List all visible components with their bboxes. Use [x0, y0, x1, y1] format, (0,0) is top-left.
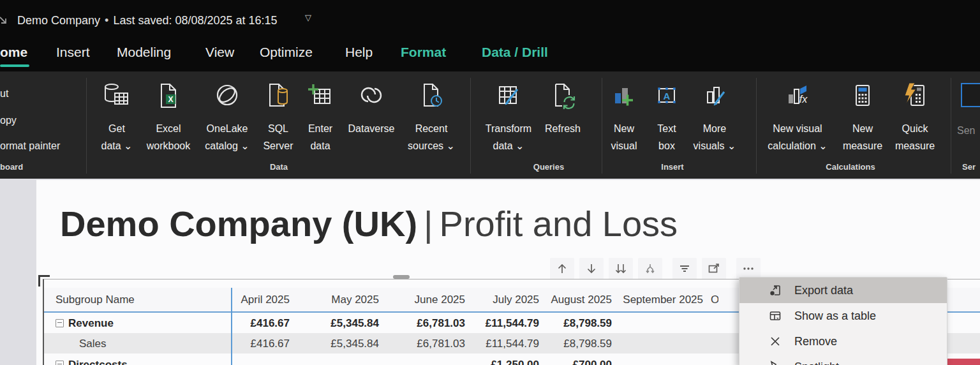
drill-up-button[interactable] — [550, 258, 574, 279]
tab-format[interactable]: Format — [401, 45, 446, 60]
excel-workbook-button[interactable]: X Excelworkbook — [140, 71, 197, 161]
row-label[interactable]: Sales — [79, 338, 107, 350]
transform-data-button[interactable]: Transformdata ⌄ — [477, 71, 540, 161]
ribbon-divider — [470, 78, 471, 174]
button-label: Getdata ⌄ — [96, 120, 138, 154]
button-label: Transformdata ⌄ — [477, 120, 540, 154]
collapse-icon[interactable] — [56, 361, 64, 365]
document-title[interactable]: Demo Company•Last saved: 08/08/2025 at 1… — [17, 14, 278, 27]
collapse-icon[interactable] — [56, 319, 64, 327]
button-label: Morevisuals ⌄ — [689, 120, 740, 154]
cell-value[interactable]: -£700.00 — [516, 359, 612, 365]
document-dropdown-icon[interactable]: ▽ — [305, 13, 311, 22]
text-box-icon: A — [652, 79, 681, 112]
get-data-button[interactable]: Getdata ⌄ — [96, 71, 138, 161]
recent-sources-button[interactable]: Recentsources ⌄ — [403, 71, 459, 161]
red-visual-strip — [946, 359, 980, 365]
column-header-clipped[interactable]: O — [711, 294, 718, 306]
cell-value[interactable]: £5,345.84 — [283, 338, 379, 350]
enter-data-button[interactable]: Enterdata — [301, 71, 339, 161]
menu-item-spotlight[interactable]: Spotlight — [739, 354, 947, 365]
onelake-catalog-button[interactable]: OneLakecatalog ⌄ — [198, 71, 256, 161]
menu-item-label: Remove — [794, 335, 837, 348]
button-label: Dataverse — [341, 120, 402, 137]
button-label: Newmeasure — [837, 120, 888, 154]
calculations-group-label: Calculations — [806, 162, 895, 172]
refresh-icon — [548, 79, 577, 112]
more-visuals-button[interactable]: Morevisuals ⌄ — [689, 71, 740, 161]
cell-value[interactable]: £8,798.59 — [516, 338, 612, 350]
menu-item-remove[interactable]: Remove — [739, 329, 947, 354]
menu-item-label: Show as a table — [794, 309, 876, 323]
title-bar: Demo Company•Last saved: 08/08/2025 at 1… — [0, 0, 980, 71]
tab-modeling[interactable]: Modeling — [117, 45, 171, 60]
ribbon-divider — [602, 78, 602, 174]
cell-value[interactable]: £8,798.59 — [516, 317, 612, 330]
button-label: SQLServer — [256, 120, 300, 154]
quick-measure-button[interactable]: Quickmeasure — [888, 71, 942, 161]
drill-down-button[interactable] — [579, 258, 604, 279]
report-title-company: Demo Company (UK) — [60, 204, 417, 244]
button-label: Refresh — [539, 120, 586, 137]
ribbon-divider — [86, 78, 87, 174]
close-icon — [768, 334, 783, 348]
sensitivity-button[interactable]: Sen — [957, 125, 975, 137]
svg-text:fx: fx — [799, 94, 808, 105]
tab-help[interactable]: Help — [345, 45, 373, 60]
copy-button[interactable]: opy — [0, 115, 17, 126]
focus-mode-button[interactable] — [702, 258, 726, 279]
column-header[interactable]: April 2025 — [194, 294, 290, 306]
column-header[interactable]: August 2025 — [516, 294, 612, 306]
expand-all-down-button[interactable] — [609, 258, 633, 279]
cut-button[interactable]: ut — [0, 88, 8, 100]
active-tab-underline — [0, 64, 29, 67]
more-options-button[interactable] — [736, 258, 761, 279]
sql-server-icon — [264, 79, 293, 112]
go-to-next-level-button[interactable] — [638, 258, 662, 279]
row-label[interactable]: Revenue — [68, 317, 114, 330]
tab-data-drill[interactable]: Data / Drill — [482, 45, 548, 60]
tab-insert[interactable]: Insert — [56, 45, 90, 60]
new-measure-button[interactable]: Newmeasure — [837, 71, 888, 161]
new-visual-icon — [609, 79, 639, 112]
onelake-catalog-icon — [212, 79, 242, 112]
column-header[interactable]: May 2025 — [283, 294, 379, 306]
new-visual-calculation-button[interactable]: fx New visualcalculation ⌄ — [755, 71, 840, 161]
queries-group-label: Queries — [517, 162, 581, 172]
context-menu: Export data Show as a table Remove Spotl… — [739, 277, 947, 365]
sql-server-button[interactable]: SQLServer — [256, 71, 300, 161]
button-label: Quickmeasure — [888, 120, 942, 154]
filters-button[interactable] — [672, 258, 697, 279]
svg-text:A: A — [664, 91, 671, 101]
tab-view[interactable]: View — [205, 45, 234, 60]
insert-group-label: Insert — [647, 162, 698, 172]
column-header[interactable]: September 2025 — [607, 294, 703, 306]
button-label: Enterdata — [301, 120, 339, 154]
refresh-button[interactable]: Refresh — [539, 71, 586, 161]
row-label[interactable]: Directcosts — [68, 359, 128, 365]
clipboard-group-label: board — [0, 162, 23, 172]
cell-value[interactable]: £416.67 — [194, 338, 290, 350]
text-box-button[interactable]: A Textbox — [651, 71, 683, 161]
cell-value[interactable]: £5,345.84 — [283, 317, 379, 330]
get-data-icon — [102, 79, 131, 112]
enter-data-icon — [306, 79, 335, 112]
button-label: Textbox — [651, 120, 683, 154]
sensitivity-icon — [961, 83, 980, 107]
tab-home[interactable]: ome — [0, 45, 27, 60]
cell-value[interactable]: £416.67 — [194, 317, 290, 330]
tab-optimize[interactable]: Optimize — [260, 45, 313, 60]
new-visual-button[interactable]: Newvisual — [605, 71, 643, 161]
column-divider — [231, 288, 232, 365]
button-label: Recentsources ⌄ — [403, 120, 459, 154]
format-painter-button[interactable]: ormat painter — [0, 140, 60, 152]
menu-item-label: Spotlight — [794, 361, 839, 365]
last-saved-text: Last saved: 08/08/2025 at 16:15 — [113, 14, 277, 27]
column-header[interactable]: Subgroup Name — [56, 294, 135, 306]
report-title-page: Profit and Loss — [440, 204, 678, 244]
show-as-table-icon — [768, 309, 783, 323]
dataverse-button[interactable]: Dataverse — [341, 71, 402, 161]
menu-item-show-as-table[interactable]: Show as a table — [739, 303, 947, 329]
menu-item-export-data[interactable]: Export data — [739, 278, 947, 303]
new-measure-icon — [848, 79, 877, 112]
